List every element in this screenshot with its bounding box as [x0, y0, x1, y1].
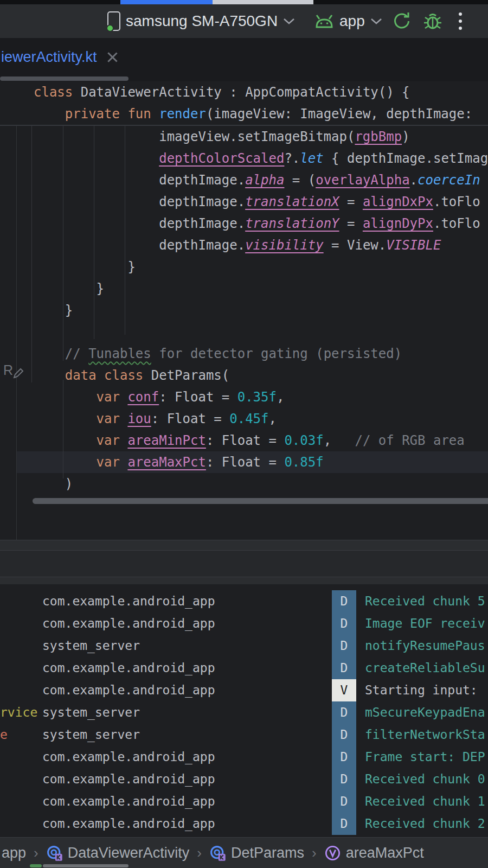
code-token — [34, 433, 97, 448]
logcat-row[interactable]: com.example.android_appDReceived chunk 2 — [0, 813, 488, 835]
code-token: 0.35f — [237, 390, 277, 405]
breadcrumb-item-DataViewerActivity[interactable]: DataViewerActivity — [46, 845, 190, 861]
chevron-down-icon — [283, 17, 295, 25]
logcat-row[interactable]: com.example.android_appDReceived chunk 5 — [0, 590, 488, 612]
logcat-message: Received chunk 5 — [365, 590, 485, 612]
code-token: overlayAlpha — [316, 173, 409, 188]
tab-dataviewer-activity[interactable]: iewerActivity.kt — [0, 38, 118, 76]
logcat-row[interactable]: system_serverDnotifyResumePaus — [0, 635, 488, 657]
log-level-badge: D — [332, 635, 356, 657]
logcat-row[interactable]: com.example.android_appDReceived chunk 0 — [0, 768, 488, 790]
kebab-menu-icon — [455, 9, 465, 33]
logcat-message: Frame start: DEP — [365, 746, 485, 768]
code-line[interactable]: var areaMinPct: Float = 0.03f, // of RGB… — [0, 430, 488, 451]
code-line[interactable]: class DataViewerActivity : AppCompatActi… — [0, 81, 488, 103]
log-level-badge: D — [332, 724, 356, 746]
logcat-row[interactable]: com.example.android_appDcreateReliableSu — [0, 657, 488, 679]
code-token — [34, 106, 65, 122]
indent-guide — [63, 126, 63, 361]
breadcrumb-item-DetParams[interactable]: DetParams — [209, 845, 304, 861]
editor-scrollbar-thumb[interactable] — [33, 498, 488, 504]
code-token: , — [324, 433, 355, 448]
logcat-row[interactable]: com.example.android_appVStarting input: — [0, 679, 488, 701]
code-token: depthImage. — [159, 216, 245, 231]
logcat-tag-cut: rvice — [0, 701, 37, 724]
breadcrumb-label: DataViewerActivity — [68, 845, 190, 861]
run-configuration-selector[interactable]: app — [314, 4, 382, 38]
code-line[interactable]: imageView.setImageBitmap(rgbBmp) — [0, 126, 488, 148]
code-token: let — [300, 151, 323, 166]
device-selector[interactable]: samsung SM-A750GN — [107, 4, 295, 38]
breadcrumb-item-areaMaxPct[interactable]: areaMaxPct — [324, 845, 424, 861]
code-token: alignDyPx — [363, 216, 433, 231]
logcat-row[interactable]: esystem_serverDfilterNetworkSta — [0, 724, 488, 746]
code-editor[interactable]: R class DataViewerActivity : AppCompatAc… — [0, 81, 488, 540]
breadcrumb-separator: › — [34, 845, 38, 861]
tab-title: iewerActivity.kt — [1, 49, 97, 66]
code-token: conf — [127, 390, 159, 405]
code-token: render — [159, 106, 206, 122]
debug-button[interactable] — [423, 4, 442, 38]
log-level-badge: D — [332, 612, 356, 635]
logcat-row[interactable]: com.example.android_appDFrame start: DEP — [0, 746, 488, 768]
logcat-tag-cut: e — [0, 724, 8, 746]
indent-guide — [31, 126, 32, 382]
log-level-badge: D — [332, 590, 356, 612]
code-line[interactable] — [0, 321, 488, 343]
code-line[interactable]: depthImage.alpha = (overlayAlpha.coerceI… — [0, 169, 488, 191]
logcat-package: com.example.android_app — [42, 768, 215, 790]
code-line[interactable]: data class DetParams( — [0, 365, 488, 386]
panel-band[interactable] — [0, 551, 488, 577]
status-green-segment — [30, 864, 42, 867]
code-token: Tunables — [88, 346, 151, 361]
logcat-row[interactable]: com.example.android_appDReceived chunk 1 — [0, 790, 488, 813]
code-line[interactable]: var conf: Float = 0.35f, — [0, 386, 488, 408]
logcat-row[interactable]: rvicesystem_serverDmSecureKeypadEna — [0, 701, 488, 724]
code-line[interactable]: depthImage.visibility = View.VISIBLE — [0, 234, 488, 256]
code-token: data class — [65, 368, 151, 383]
rerun-button[interactable] — [393, 4, 411, 38]
code-line[interactable]: var iou: Float = 0.45f, — [0, 408, 488, 430]
logcat-message: filterNetworkSta — [365, 724, 485, 746]
code-line[interactable]: } — [0, 299, 488, 321]
code-token: iou — [127, 411, 151, 426]
code-line[interactable]: // Tunables for detector gating (persist… — [0, 343, 488, 365]
code-line[interactable]: depthImage.translationY = alignDyPx.toFl… — [0, 213, 488, 234]
logcat-panel[interactable]: com.example.android_appDReceived chunk 5… — [0, 584, 488, 837]
code-line[interactable]: depthColorScaled?.let { depthImage.setIm… — [0, 148, 488, 169]
code-line[interactable]: } — [0, 256, 488, 278]
tab-scrollbar-thumb[interactable] — [0, 76, 129, 81]
code-token: , — [269, 411, 277, 426]
panel-band — [0, 577, 488, 584]
code-token: depthImage. — [159, 238, 245, 253]
breadcrumb-item-app[interactable]: app — [2, 845, 26, 861]
logcat-package: com.example.android_app — [42, 746, 215, 768]
class-icon — [209, 845, 226, 861]
bottom-scrollbar-thumb[interactable] — [43, 864, 129, 867]
logcat-message: createReliableSu — [365, 657, 485, 679]
logcat-row[interactable]: com.example.android_appDImage EOF receiv — [0, 612, 488, 635]
code-line[interactable]: depthImage.translationX = alignDxPx.toFl… — [0, 191, 488, 213]
code-token: ) — [402, 129, 409, 144]
rename-gutter-icon[interactable]: R — [3, 362, 24, 380]
logcat-package: system_server — [42, 724, 140, 746]
code-line[interactable]: ) — [0, 473, 488, 495]
code-token: rgbBmp — [355, 129, 402, 144]
logcat-rows: com.example.android_appDReceived chunk 5… — [0, 590, 488, 835]
close-icon[interactable] — [107, 52, 118, 62]
logcat-package: com.example.android_app — [42, 612, 215, 635]
code-line[interactable]: } — [0, 278, 488, 299]
code-token: for detector gating (persisted) — [151, 346, 402, 361]
code-line[interactable]: private fun render(imageView: ImageView,… — [0, 103, 488, 125]
panel-band[interactable] — [0, 540, 488, 550]
code-token: visibility — [245, 238, 324, 253]
code-token: : Float = — [206, 433, 285, 448]
logcat-message: Starting input: — [365, 679, 485, 701]
editor-horizontal-scrollbar[interactable] — [0, 497, 488, 505]
more-actions-button[interactable] — [455, 4, 465, 38]
logcat-package: com.example.android_app — [42, 657, 215, 679]
tab-scrollbar[interactable] — [0, 76, 488, 81]
logcat-package: com.example.android_app — [42, 813, 215, 835]
code-line[interactable]: var areaMaxPct: Float = 0.85f — [0, 451, 488, 473]
bottom-scroll-strip[interactable] — [0, 864, 488, 868]
